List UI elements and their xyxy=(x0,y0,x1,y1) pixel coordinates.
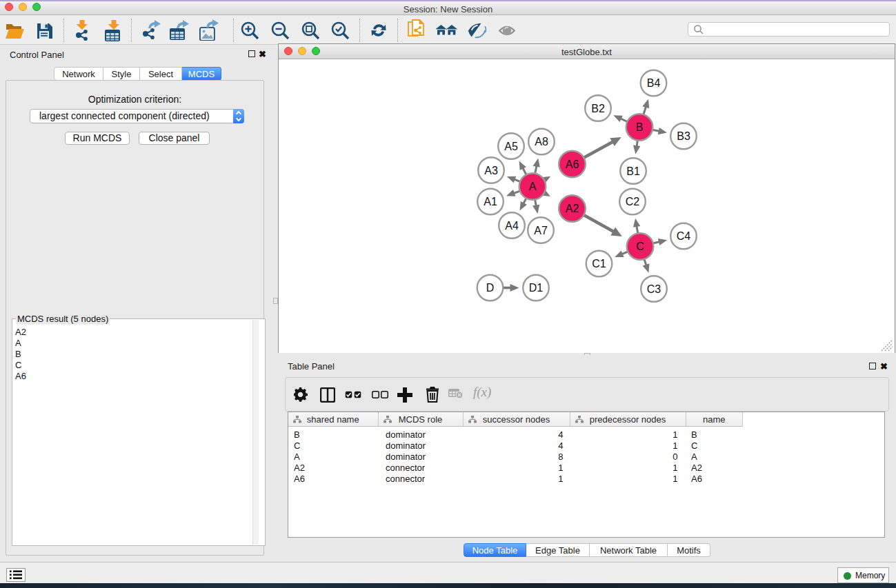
svg-text:A: A xyxy=(529,181,537,192)
svg-text:A2: A2 xyxy=(566,203,579,214)
svg-text:B1: B1 xyxy=(626,165,640,177)
svg-text:D1: D1 xyxy=(529,282,544,294)
svg-text:B2: B2 xyxy=(591,103,605,114)
svg-text:D: D xyxy=(486,282,495,294)
svg-text:A3: A3 xyxy=(484,165,498,176)
svg-text:B3: B3 xyxy=(677,130,690,142)
svg-text:C1: C1 xyxy=(592,258,606,270)
svg-text:A7: A7 xyxy=(534,225,548,236)
svg-text:A5: A5 xyxy=(504,141,518,152)
svg-text:A6: A6 xyxy=(566,159,579,170)
svg-text:B: B xyxy=(636,121,644,133)
svg-text:A8: A8 xyxy=(535,136,548,148)
svg-text:B4: B4 xyxy=(647,77,661,89)
svg-text:A4: A4 xyxy=(505,220,519,232)
svg-text:A1: A1 xyxy=(484,196,497,207)
svg-text:C4: C4 xyxy=(677,230,691,242)
svg-text:C: C xyxy=(636,241,644,252)
svg-text:C3: C3 xyxy=(647,283,661,295)
svg-text:C2: C2 xyxy=(626,196,640,207)
